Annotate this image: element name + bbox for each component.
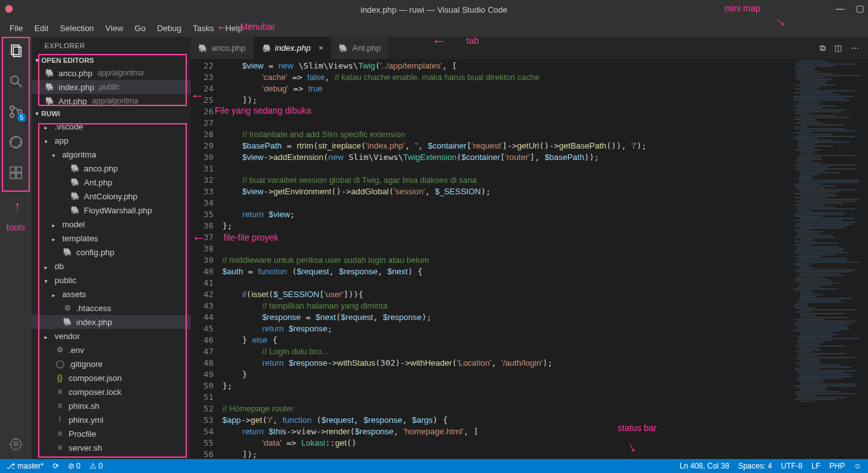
explorer-icon[interactable] bbox=[7, 42, 25, 60]
folder-item[interactable]: .vscode bbox=[32, 119, 191, 133]
folder-item[interactable]: vendor bbox=[32, 329, 191, 343]
code-editor[interactable]: $view = new \Slim\Views\Twig('../app/tem… bbox=[222, 59, 792, 459]
file-item[interactable]: ≡Procfile bbox=[32, 427, 191, 441]
chevron-icon bbox=[44, 122, 51, 131]
file-item[interactable]: 🐘Ant.php bbox=[32, 175, 191, 189]
file-icon: ≡ bbox=[55, 387, 65, 396]
folder-item[interactable]: model bbox=[32, 217, 191, 231]
close-icon[interactable]: × bbox=[318, 43, 323, 53]
split-icon[interactable]: ◫ bbox=[834, 43, 842, 53]
file-item[interactable]: 🐘config.php bbox=[32, 245, 191, 259]
status-sync[interactable]: ⟳ bbox=[53, 462, 59, 470]
chevron-icon bbox=[52, 220, 58, 229]
svg-point-12 bbox=[14, 442, 18, 446]
status-cursor[interactable]: Ln 408, Col 38 bbox=[680, 462, 729, 470]
tab-Ant-php[interactable]: 🐘Ant.php bbox=[331, 37, 389, 59]
status-branch[interactable]: ⎇ master* bbox=[6, 462, 44, 470]
php-icon: 🐘 bbox=[62, 248, 72, 256]
status-eol[interactable]: LF bbox=[811, 462, 820, 470]
status-feedback[interactable]: ☺ bbox=[854, 462, 862, 470]
status-errors[interactable]: ⊘ 0 bbox=[68, 462, 81, 470]
file-icon: ≡ bbox=[55, 443, 65, 452]
open-editors-header[interactable]: OPEN EDITORS bbox=[32, 55, 191, 66]
minimize-icon[interactable]: — bbox=[836, 3, 844, 13]
menu-selection[interactable]: Selection bbox=[54, 21, 99, 36]
menu-go[interactable]: Go bbox=[129, 21, 151, 36]
close-icon[interactable] bbox=[5, 5, 13, 13]
settings-icon[interactable] bbox=[7, 435, 25, 453]
open-editor-item[interactable]: 🐘Ant.phpapp/algoritma bbox=[32, 94, 191, 108]
php-icon: 🐘 bbox=[44, 83, 55, 91]
svg-rect-11 bbox=[17, 173, 22, 178]
sidebar-title: EXPLORER bbox=[32, 37, 191, 55]
file-icon: ≡ bbox=[55, 401, 65, 410]
search-icon[interactable] bbox=[7, 72, 25, 90]
php-icon: 🐘 bbox=[62, 317, 72, 326]
menu-debug[interactable]: Debug bbox=[151, 21, 187, 36]
chevron-icon bbox=[52, 234, 58, 243]
file-item[interactable]: ◯.gitignore bbox=[32, 357, 191, 371]
php-icon: 🐘 bbox=[70, 206, 80, 215]
activity-bar: 5 bbox=[0, 37, 32, 459]
tab-anco-php[interactable]: 🐘anco.php bbox=[191, 37, 254, 59]
file-item[interactable]: ≡server.sh bbox=[32, 441, 191, 455]
php-icon: 🐘 bbox=[44, 97, 55, 105]
file-item[interactable]: 🐘index.php bbox=[32, 315, 191, 329]
svg-point-2 bbox=[11, 76, 18, 84]
file-item[interactable]: ≡composer.lock bbox=[32, 385, 191, 399]
folder-item[interactable]: public bbox=[32, 273, 191, 287]
svg-point-4 bbox=[10, 106, 14, 110]
menu-tasks[interactable]: Tasks bbox=[187, 21, 219, 36]
menu-help[interactable]: Help bbox=[220, 21, 248, 36]
status-lang[interactable]: PHP bbox=[829, 462, 845, 470]
folder-item[interactable]: assets bbox=[32, 287, 191, 301]
php-icon: 🐘 bbox=[198, 44, 208, 53]
gear-icon: ⚙ bbox=[62, 303, 72, 312]
file-item[interactable]: !phinx.yml bbox=[32, 413, 191, 427]
php-icon: 🐘 bbox=[44, 69, 55, 77]
php-icon: 🐘 bbox=[70, 178, 80, 187]
file-item[interactable]: 🐘anco.php bbox=[32, 161, 191, 175]
extensions-icon[interactable] bbox=[7, 164, 25, 182]
menu-edit[interactable]: Edit bbox=[29, 21, 54, 36]
project-header[interactable]: RUWI bbox=[32, 108, 191, 119]
open-editor-item[interactable]: 🐘anco.phpapp/algoritma bbox=[32, 66, 191, 80]
chevron-icon bbox=[52, 150, 58, 159]
svg-point-5 bbox=[10, 114, 14, 117]
chevron-icon bbox=[44, 136, 51, 145]
svg-rect-10 bbox=[10, 173, 15, 178]
chevron-icon bbox=[44, 262, 51, 271]
editor-group: 🐘anco.php🐘index.php×🐘Ant.php⧉◫⋯ 22 23 24… bbox=[191, 37, 868, 459]
more-icon[interactable]: ⋯ bbox=[851, 43, 859, 53]
menu-file[interactable]: File bbox=[4, 21, 29, 36]
chevron-icon bbox=[44, 331, 51, 341]
minimap[interactable] bbox=[792, 59, 868, 459]
php-icon: 🐘 bbox=[70, 192, 80, 201]
maximize-icon[interactable]: ▢ bbox=[856, 3, 864, 13]
status-spaces[interactable]: Spaces: 4 bbox=[738, 462, 772, 470]
open-editor-item[interactable]: 🐘index.phppublic bbox=[32, 80, 191, 94]
diff-icon[interactable]: ⧉ bbox=[820, 43, 825, 53]
file-item[interactable]: 🐘AntColony.php bbox=[32, 189, 191, 203]
folder-item[interactable]: templates bbox=[32, 231, 191, 245]
scm-icon[interactable]: 5 bbox=[7, 103, 25, 121]
file-item[interactable]: ≡phinx.sh bbox=[32, 399, 191, 413]
folder-item[interactable]: algoritma bbox=[32, 147, 191, 161]
menubar: FileEditSelectionViewGoDebugTasksHelp bbox=[0, 19, 868, 37]
file-item[interactable]: ⚙.env bbox=[32, 343, 191, 357]
file-item[interactable]: 🐘FloydWarshall.php bbox=[32, 203, 191, 217]
tab-index-php[interactable]: 🐘index.php× bbox=[254, 37, 332, 59]
scm-badge: 5 bbox=[17, 113, 26, 122]
status-warnings[interactable]: ⚠ 0 bbox=[90, 462, 103, 470]
json-icon: {} bbox=[55, 373, 65, 382]
window-controls: — ▢ bbox=[836, 3, 864, 13]
folder-item[interactable]: app bbox=[32, 133, 191, 147]
status-encoding[interactable]: UTF-8 bbox=[781, 462, 803, 470]
menu-view[interactable]: View bbox=[100, 21, 129, 36]
debug-icon[interactable] bbox=[7, 133, 25, 151]
file-item[interactable]: {}composer.json bbox=[32, 371, 191, 385]
status-bar: ⎇ master* ⟳ ⊘ 0 ⚠ 0 Ln 408, Col 38 Space… bbox=[0, 459, 868, 473]
folder-item[interactable]: db bbox=[32, 259, 191, 273]
chevron-icon bbox=[44, 276, 51, 285]
file-item[interactable]: ⚙.htaccess bbox=[32, 301, 191, 315]
